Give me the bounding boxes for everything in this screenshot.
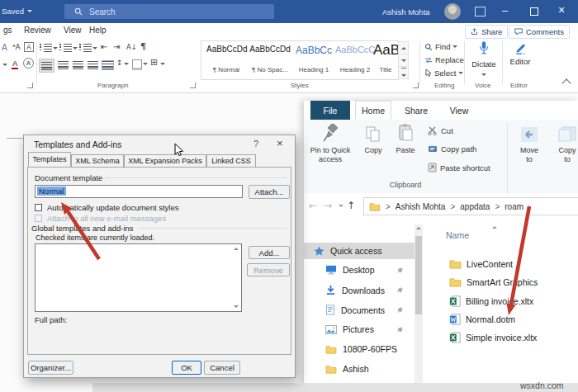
recent-locations-caret-icon[interactable]: [339, 205, 343, 207]
nav-1080p-folder[interactable]: 1080P-60FPS: [325, 344, 397, 354]
close-button[interactable]: ×: [558, 4, 565, 16]
dialog-help-button[interactable]: ?: [253, 139, 258, 149]
nav-downloads[interactable]: Downloads: [325, 285, 385, 295]
font-color-icon[interactable]: A: [12, 59, 18, 69]
addins-listbox[interactable]: [35, 243, 242, 312]
tab-review[interactable]: Review: [24, 26, 51, 35]
cut-button[interactable]: Cut: [428, 126, 453, 135]
tab-mailings-partial[interactable]: gs: [3, 26, 12, 35]
share-button[interactable]: Share: [465, 25, 508, 39]
minimize-button[interactable]: –: [502, 5, 508, 16]
decrease-indent-icon[interactable]: ⇤: [101, 42, 107, 51]
crumb-roaming[interactable]: roam: [505, 202, 524, 211]
file-row-smartart[interactable]: SmartArt Graphics: [449, 277, 538, 287]
line-spacing-icon[interactable]: ↕: [116, 59, 123, 67]
bottom-scroll-band[interactable]: [92, 383, 578, 392]
line-spacing-caret-icon[interactable]: [124, 63, 129, 65]
dialog-tab-xml-expansion[interactable]: XML Expansion Packs: [124, 154, 206, 167]
character-border-icon[interactable]: A: [24, 42, 34, 52]
auto-update-checkbox[interactable]: [35, 204, 42, 211]
copy-button[interactable]: Copy: [358, 125, 388, 155]
nav-pictures[interactable]: Pictures: [325, 324, 374, 334]
select-button[interactable]: Select: [424, 68, 463, 78]
template-input[interactable]: Normal: [35, 185, 243, 198]
organizer-button[interactable]: Organizer...: [28, 361, 73, 375]
ribbon-display-options-icon[interactable]: [475, 7, 486, 17]
paragraph-dialog-launcher-icon[interactable]: [190, 83, 196, 88]
bullet-list-icon[interactable]: [40, 44, 52, 52]
explorer-home-tab[interactable]: Home: [355, 101, 391, 120]
align-center-icon[interactable]: [58, 61, 69, 69]
show-paragraph-marks-icon[interactable]: ¶: [140, 41, 146, 52]
ok-button[interactable]: OK: [172, 361, 201, 375]
comments-button[interactable]: Comments: [509, 25, 570, 39]
style-heading2[interactable]: AaBbCcC Heading 2: [335, 45, 375, 54]
find-button[interactable]: Find: [424, 42, 457, 51]
file-row-livecontent[interactable]: LiveContent: [449, 259, 513, 269]
add-button[interactable]: Add...: [249, 246, 290, 259]
multilevel-list-caret-icon[interactable]: [92, 47, 97, 50]
styles-scroll-up-button[interactable]: [398, 41, 409, 54]
align-right-icon[interactable]: [73, 61, 83, 69]
shading-icon[interactable]: [132, 59, 142, 70]
dialog-tab-linked-css[interactable]: Linked CSS: [206, 154, 256, 167]
style-normal[interactable]: AaBbCcDd ¶ Normal: [206, 45, 246, 54]
tab-help[interactable]: Help: [89, 26, 107, 35]
styles-scroll-down-button[interactable]: [398, 54, 409, 67]
cancel-button[interactable]: Cancel: [204, 361, 240, 375]
tab-view[interactable]: View: [64, 26, 82, 35]
back-icon[interactable]: ←: [309, 200, 317, 211]
listbox-scroll-down-icon[interactable]: [234, 305, 239, 308]
dialog-tab-templates[interactable]: Templates: [28, 152, 71, 167]
pin-to-quick-access-button[interactable]: Pin to Quick access: [306, 124, 355, 164]
maximize-button[interactable]: [530, 7, 538, 16]
phonetic-guide-icon[interactable]: ᵃA: [12, 43, 21, 51]
multilevel-list-icon[interactable]: [79, 44, 92, 52]
attach-button[interactable]: Attach...: [249, 185, 290, 199]
styles-more-button[interactable]: [398, 66, 409, 79]
crumb-appdata[interactable]: appdata: [460, 202, 490, 211]
crumb-user[interactable]: Ashish Mohta: [396, 202, 446, 211]
scrollbar-thumb[interactable]: [415, 236, 422, 314]
paste-shortcut-button[interactable]: Paste shortcut: [428, 163, 490, 172]
borders-caret-icon[interactable]: [160, 63, 165, 65]
text-effects-icon[interactable]: A: [2, 43, 7, 52]
style-no-spacing[interactable]: AaBbCcDd ¶ No Spac...: [249, 45, 291, 54]
search-box[interactable]: Search: [64, 4, 274, 19]
dialog-close-button[interactable]: ×: [277, 137, 283, 149]
bullet-list-caret-icon[interactable]: [53, 47, 58, 50]
auto-update-label[interactable]: Automatically update document styles: [47, 203, 178, 212]
avatar[interactable]: [444, 3, 461, 20]
nav-ashish-folder[interactable]: Ashish: [325, 364, 369, 374]
user-name[interactable]: Ashish Mohta: [382, 7, 430, 17]
editor-button[interactable]: Editor: [506, 40, 534, 66]
align-left-button[interactable]: [39, 59, 54, 73]
explorer-file-tab[interactable]: File: [310, 101, 350, 120]
distribute-icon[interactable]: [102, 61, 113, 69]
style-heading1[interactable]: AaBbCc Heading 1: [294, 45, 334, 56]
file-row-billing-invoice[interactable]: Billing invoice.xltx: [449, 295, 533, 307]
enclose-characters-icon[interactable]: A: [23, 58, 34, 68]
shading-caret-icon[interactable]: [143, 63, 148, 65]
listbox-scroll-up-icon[interactable]: [234, 248, 239, 250]
sort-icon[interactable]: A↓: [126, 43, 137, 51]
increase-indent-icon[interactable]: ⇥: [113, 42, 120, 51]
copy-path-button[interactable]: Copy path: [428, 144, 476, 153]
autosave-caret-icon[interactable]: [27, 10, 32, 12]
copy-to-button[interactable]: Copy to: [550, 125, 578, 164]
forward-icon[interactable]: →: [324, 200, 332, 211]
numbered-list-caret-icon[interactable]: [73, 47, 78, 50]
column-header-name[interactable]: Name: [446, 230, 469, 240]
style-title[interactable]: AaB Title: [373, 45, 398, 59]
file-row-simple-invoice[interactable]: Simple invoice.xltx: [449, 332, 537, 343]
nav-scrollbar[interactable]: [415, 224, 423, 392]
replace-button[interactable]: Replace: [424, 55, 464, 64]
move-to-button[interactable]: Move to: [512, 125, 547, 164]
autosave-status[interactable]: Saved: [2, 7, 24, 16]
explorer-view-tab[interactable]: View: [443, 101, 476, 120]
breadcrumb[interactable]: > Ashish Mohta > appdata > roam: [363, 197, 578, 215]
nav-documents[interactable]: Documents: [325, 305, 385, 315]
numbered-list-icon[interactable]: [59, 44, 72, 52]
explorer-share-tab[interactable]: Share: [398, 101, 434, 120]
font-dropdown-caret-icon[interactable]: [2, 64, 7, 66]
